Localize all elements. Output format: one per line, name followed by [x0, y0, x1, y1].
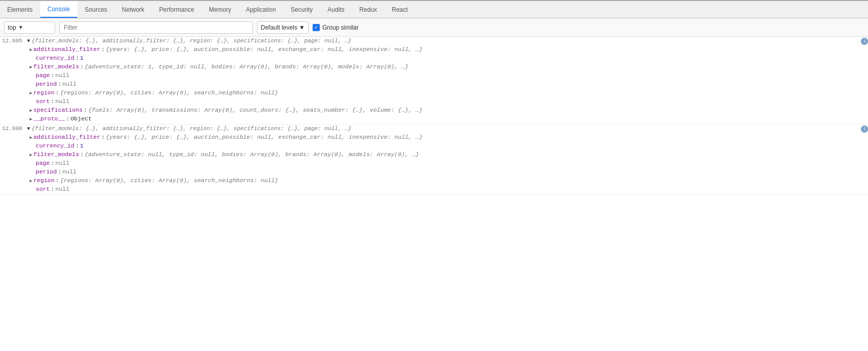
log-entry-2: 12.998 ▼ {filter_models: {…}, additional… [0, 124, 868, 195]
filter-input[interactable] [59, 21, 253, 34]
prop-name: currency_id [36, 142, 74, 149]
expand-icon[interactable]: ▶ [30, 90, 32, 96]
context-label: top [8, 24, 16, 31]
tab-sources[interactable]: Sources [78, 1, 115, 18]
tree-row: period : null [29, 168, 868, 177]
tab-redux[interactable]: Redux [352, 1, 385, 18]
context-dropdown-arrow: ▼ [18, 24, 23, 30]
group-similar-toggle[interactable]: ✓ Group similar [313, 24, 359, 31]
prop-value: {adventure_state: 1, type_id: null, bodi… [85, 63, 409, 70]
prop-value: Object [70, 115, 91, 122]
prop-name: additionally_filter [33, 134, 100, 140]
colon: : [80, 63, 84, 70]
colon: : [80, 151, 84, 158]
prop-value: null [56, 98, 70, 105]
colon: : [51, 72, 55, 79]
tab-bar: Elements Console Sources Network Perform… [0, 0, 868, 18]
expand-arrow-1[interactable]: ▼ [25, 38, 32, 44]
colon: : [75, 55, 79, 61]
prop-name: filter_models [33, 63, 79, 70]
tree-row: ▶ specifications : {fuels: Array(0), tra… [29, 107, 868, 115]
tree-row: sort : null [29, 98, 868, 107]
prop-value: 1 [80, 142, 84, 149]
log-entry-1-header[interactable]: 12.995 ▼ {filter_models: {…}, additional… [0, 37, 868, 46]
timestamp-1: 12.995 [0, 38, 25, 44]
context-selector[interactable]: top ▼ [4, 21, 55, 34]
colon: : [75, 142, 79, 149]
prop-name: additionally_filter [33, 46, 100, 53]
colon: : [58, 81, 61, 87]
check-icon: ✓ [314, 24, 318, 30]
prop-value: 1 [80, 55, 84, 61]
object-tree-2: ▶ additionally_filter : {years: {…}, pri… [0, 134, 868, 194]
tree-row: page : null [29, 72, 868, 81]
prop-value: {years: {…}, price: {…}, auction_possibl… [106, 46, 422, 53]
colon: : [56, 89, 59, 96]
levels-arrow: ▼ [299, 24, 305, 31]
prop-name: specifications [33, 107, 83, 113]
console-toolbar: top ▼ Default levels ▼ ✓ Group similar [0, 18, 868, 37]
log-entry-2-header[interactable]: 12.998 ▼ {filter_models: {…}, additional… [0, 124, 868, 134]
prop-value: {years: {…}, price: {…}, auction_possibl… [106, 134, 422, 140]
colon: : [66, 115, 70, 122]
levels-label: Default levels [261, 24, 297, 31]
tab-memory[interactable]: Memory [202, 1, 239, 18]
timestamp-2: 12.998 [0, 126, 25, 132]
prop-value: null [62, 168, 76, 175]
colon: : [101, 46, 105, 53]
expand-icon[interactable]: ▶ [30, 135, 32, 140]
tab-performance[interactable]: Performance [152, 1, 202, 18]
group-similar-checkbox[interactable]: ✓ [313, 24, 320, 31]
tree-row: ▶ __proto__ : Object [29, 115, 868, 124]
prop-name: currency_id [36, 55, 74, 61]
prop-value: null [62, 81, 76, 87]
tab-console[interactable]: Console [40, 1, 78, 18]
tree-row: currency_id : 1 [29, 142, 868, 151]
prop-value: {regions: Array(0), cities: Array(0), se… [60, 177, 278, 184]
tree-row: ▶ region : {regions: Array(0), cities: A… [29, 177, 868, 186]
tree-row: ▶ filter_models : {adventure_state: null… [29, 151, 868, 160]
object-tree-1: ▶ additionally_filter : {years: {…}, pri… [0, 46, 868, 124]
expand-arrow-2[interactable]: ▼ [25, 126, 32, 132]
prop-name: region [33, 177, 54, 184]
colon: : [51, 160, 55, 166]
expand-icon[interactable]: ▶ [30, 152, 32, 158]
prop-name: page [36, 72, 50, 79]
prop-value: {adventure_state: null, type_id: null, b… [85, 151, 419, 158]
prop-name: sort [36, 98, 50, 105]
colon: : [51, 186, 55, 192]
colon: : [56, 177, 59, 184]
prop-name: period [36, 168, 57, 175]
prop-value: {fuels: Array(0), transmissions: Array(0… [88, 107, 423, 113]
prop-value: null [56, 186, 70, 192]
log-summary-1: {filter_models: {…}, additionally_filter… [32, 38, 859, 44]
tab-react[interactable]: React [385, 1, 415, 18]
prop-name: period [36, 81, 57, 87]
expand-icon[interactable]: ▶ [30, 116, 32, 122]
expand-icon[interactable]: ▶ [30, 64, 32, 70]
tab-application[interactable]: Application [239, 1, 284, 18]
colon: : [101, 134, 105, 140]
tree-row: ▶ additionally_filter : {years: {…}, pri… [29, 46, 868, 55]
levels-dropdown[interactable]: Default levels ▼ [257, 21, 309, 34]
expand-icon[interactable]: ▶ [30, 47, 32, 53]
tree-row: ▶ additionally_filter : {years: {…}, pri… [29, 134, 868, 142]
tree-row: page : null [29, 160, 868, 168]
tab-audits[interactable]: Audits [320, 1, 352, 18]
prop-name: __proto__ [33, 115, 65, 122]
tab-network[interactable]: Network [115, 1, 152, 18]
console-output: 12.995 ▼ {filter_models: {…}, additional… [0, 37, 868, 351]
log-entry-1: 12.995 ▼ {filter_models: {…}, additional… [0, 37, 868, 124]
tree-row: period : null [29, 81, 868, 89]
tree-row: sort : null [29, 186, 868, 194]
tree-row: currency_id : 1 [29, 55, 868, 63]
expand-icon[interactable]: ▶ [30, 108, 32, 113]
expand-icon[interactable]: ▶ [30, 178, 32, 184]
tab-security[interactable]: Security [284, 1, 320, 18]
prop-name: region [33, 89, 54, 96]
colon: : [51, 98, 55, 105]
prop-name: page [36, 160, 50, 166]
prop-name: sort [36, 186, 50, 192]
tab-elements[interactable]: Elements [0, 1, 40, 18]
colon: : [84, 107, 87, 113]
